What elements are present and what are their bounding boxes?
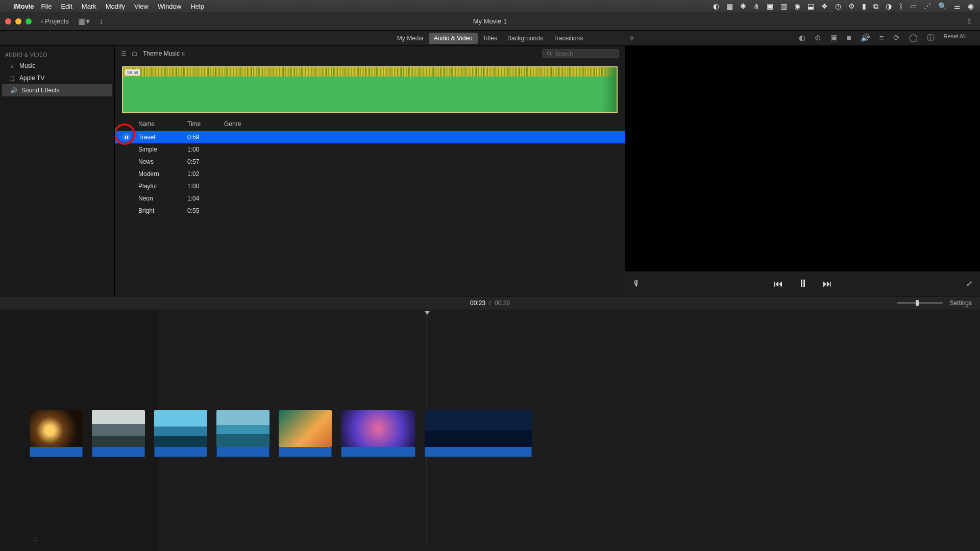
- sidebar-item-sound-effects[interactable]: 🔊 Sound Effects: [2, 84, 112, 96]
- list-view-icon[interactable]: ☰: [121, 50, 127, 57]
- track-time: 1:00: [187, 183, 224, 190]
- track-time: 1:04: [187, 195, 224, 202]
- clip-audio-bar: [425, 447, 532, 457]
- clip[interactable]: [30, 410, 83, 457]
- tray-icon[interactable]: ⋔: [753, 2, 760, 10]
- share-icon[interactable]: ⇪: [966, 17, 973, 26]
- window-title: My Movie 1: [0, 17, 980, 25]
- tray-icon[interactable]: ❖: [821, 2, 828, 10]
- wifi-icon[interactable]: ⋰: [924, 2, 931, 10]
- clip[interactable]: [216, 410, 270, 457]
- bluetooth-icon[interactable]: ᛒ: [899, 2, 903, 10]
- tray-icon[interactable]: ◉: [794, 2, 800, 10]
- tab-my-media[interactable]: My Media: [392, 33, 429, 44]
- clip[interactable]: [92, 410, 145, 457]
- tray-icon[interactable]: ⬓: [807, 2, 814, 10]
- clip-thumbnail: [154, 410, 207, 447]
- col-name[interactable]: Name: [138, 119, 187, 129]
- zoom-button[interactable]: [26, 18, 32, 24]
- tray-icon[interactable]: ▮: [862, 2, 866, 10]
- track-name: Playful: [138, 183, 187, 190]
- menu-file[interactable]: File: [41, 3, 52, 10]
- clip[interactable]: [425, 410, 532, 457]
- col-genre[interactable]: Genre: [224, 119, 625, 129]
- tray-icon[interactable]: ▥: [780, 2, 787, 10]
- table-row[interactable]: News 0:57: [115, 156, 625, 168]
- sidebar-item-music[interactable]: ♪ Music: [0, 60, 114, 72]
- battery-icon[interactable]: ▭: [910, 2, 917, 10]
- tray-icon[interactable]: ✱: [740, 2, 746, 10]
- import-icon[interactable]: ↓: [99, 17, 103, 26]
- search-input[interactable]: [555, 51, 615, 57]
- tv-icon: ▢: [8, 74, 15, 82]
- tray-icon[interactable]: ▣: [767, 2, 773, 10]
- play-pause-icon[interactable]: [122, 133, 131, 142]
- waveform-preview[interactable]: 58.5s: [122, 66, 618, 113]
- play-pause-button[interactable]: ⏸: [797, 277, 808, 290]
- close-button[interactable]: [5, 18, 11, 24]
- clip-thumbnail: [30, 410, 83, 447]
- clip-thumbnail: [216, 410, 270, 447]
- timeline-settings-button[interactable]: Settings: [950, 299, 972, 307]
- tab-transitions[interactable]: Transitions: [548, 33, 588, 44]
- tab-backgrounds[interactable]: Backgrounds: [502, 33, 548, 44]
- table-row[interactable]: Bright 0:55: [115, 205, 625, 217]
- prev-frame-button[interactable]: ⏮: [774, 279, 783, 289]
- table-row[interactable]: Modern 1:02: [115, 168, 625, 180]
- clip[interactable]: [341, 410, 415, 457]
- tray-icon[interactable]: ◐: [713, 2, 719, 10]
- total-duration: 00:29: [495, 299, 510, 307]
- siri-icon[interactable]: ◉: [968, 2, 974, 10]
- clip[interactable]: [279, 410, 332, 457]
- table-row[interactable]: Neon 1:04: [115, 192, 625, 205]
- browser-tabs: My Media Audio & Video Titles Background…: [0, 33, 980, 44]
- zoom-slider-thumb[interactable]: [916, 300, 919, 306]
- sidebar-item-apple-tv[interactable]: ▢ Apple TV: [0, 72, 114, 84]
- music-note-icon: ♪: [8, 62, 15, 69]
- clip-audio-bar: [154, 447, 207, 457]
- macos-menubar: iMovie File Edit Mark Modify View Window…: [0, 0, 980, 12]
- window-toolbar: ‹ Projects ▦▾ ↓ My Movie 1 ⇪: [0, 12, 980, 31]
- spotlight-icon[interactable]: 🔍: [938, 2, 947, 10]
- zoom-slider[interactable]: [897, 302, 943, 304]
- next-frame-button[interactable]: ⏭: [823, 279, 832, 289]
- col-time[interactable]: Time: [187, 119, 224, 129]
- timeline[interactable]: ♫: [0, 310, 980, 551]
- track-name: News: [138, 158, 187, 165]
- clip-audio-bar: [30, 447, 83, 457]
- minimize-button[interactable]: [15, 18, 21, 24]
- tray-icon[interactable]: ▦: [726, 2, 733, 10]
- main-split: AUDIO & VIDEO ♪ Music ▢ Apple TV 🔊 Sound…: [0, 46, 980, 296]
- control-center-icon[interactable]: ⚌: [954, 2, 961, 10]
- table-row[interactable]: Simple 1:00: [115, 143, 625, 156]
- clip[interactable]: [154, 410, 207, 457]
- clip-thumbnail: [425, 410, 532, 447]
- back-to-projects[interactable]: ‹ Projects: [41, 17, 69, 25]
- voiceover-mic-icon[interactable]: 🎙: [632, 279, 641, 288]
- menu-view[interactable]: View: [134, 3, 149, 10]
- fullscreen-icon[interactable]: ⤢: [966, 279, 973, 288]
- menu-modify[interactable]: Modify: [106, 3, 125, 10]
- library-layout-icon[interactable]: ▦▾: [78, 16, 90, 26]
- search-icon: [547, 51, 552, 57]
- tray-icon[interactable]: ⧉: [873, 2, 878, 11]
- app-menu[interactable]: iMovie: [13, 3, 34, 10]
- tray-icon[interactable]: ◑: [886, 2, 892, 10]
- table-row[interactable]: Travel 0:59: [115, 131, 625, 143]
- tray-icon[interactable]: ⚙: [848, 2, 855, 10]
- viewer: 🎙 ⏮ ⏸ ⏭ ⤢: [625, 46, 980, 296]
- menu-window[interactable]: Window: [158, 3, 181, 10]
- sidebar-item-label: Music: [19, 62, 35, 69]
- menu-help[interactable]: Help: [190, 3, 204, 10]
- search-field[interactable]: [542, 49, 619, 58]
- table-row[interactable]: Playful 1:00: [115, 180, 625, 192]
- timeline-header: 00:23 / 00:29 Settings: [0, 296, 980, 310]
- breadcrumb[interactable]: Theme Music ⇅: [143, 50, 185, 57]
- tab-audio-video[interactable]: Audio & Video: [429, 33, 478, 44]
- traffic-lights: [5, 18, 32, 24]
- tray-icon[interactable]: ◷: [835, 2, 841, 10]
- menu-mark[interactable]: Mark: [82, 3, 96, 10]
- waveform-duration-badge: 58.5s: [125, 69, 140, 76]
- tab-titles[interactable]: Titles: [478, 33, 502, 44]
- menu-edit[interactable]: Edit: [61, 3, 72, 10]
